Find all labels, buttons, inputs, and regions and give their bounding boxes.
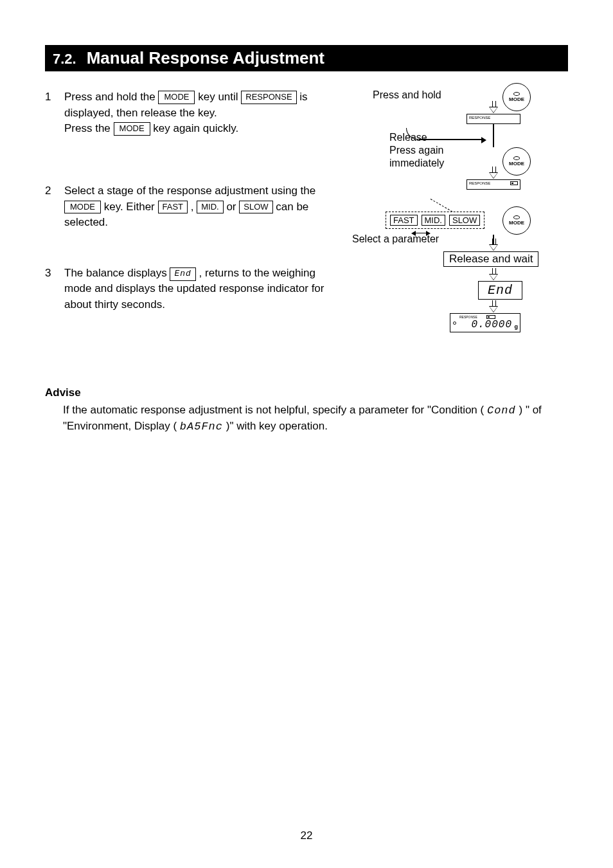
- press-hold-label: Press and hold: [373, 89, 441, 101]
- lcd-weighing: RESPONSE 0.0000 g: [450, 313, 520, 332]
- text: key again quickly.: [153, 122, 238, 134]
- step-number: 1: [45, 89, 55, 137]
- text: key until: [198, 91, 241, 103]
- lcd-value: 0.0000: [471, 319, 512, 330]
- advise-title: Advise: [45, 385, 568, 401]
- mode-key: MODE: [64, 201, 101, 214]
- text: )" with key operation.: [226, 420, 328, 432]
- text: Press the: [64, 122, 114, 134]
- steps-column: 1 Press and hold the MODE key until RESP…: [45, 89, 341, 359]
- text: Select a stage of the response adjustmen…: [64, 185, 315, 197]
- press-again-label: Press again: [389, 145, 444, 156]
- text: If the automatic response adjustment is …: [63, 404, 484, 416]
- release-wait-box: Release and wait: [443, 251, 538, 267]
- step-body: Press and hold the MODE key until RESPON…: [64, 89, 341, 137]
- lcd-unit: g: [515, 323, 519, 330]
- fast-key: FAST: [158, 201, 188, 214]
- slow-option: SLOW: [449, 215, 480, 226]
- lcd-response: RESPONSE: [466, 114, 520, 124]
- mode-label: MODE: [509, 96, 524, 102]
- step-number: 2: [45, 183, 55, 231]
- step-3: 3 The balance displays End , returns to …: [45, 266, 341, 313]
- arrow-down-icon: [490, 268, 497, 280]
- text: The balance displays: [64, 267, 170, 279]
- advise-body: If the automatic response adjustment is …: [45, 402, 568, 435]
- arrow-right-icon: [419, 140, 486, 140]
- step-body: Select a stage of the response adjustmen…: [64, 183, 341, 231]
- slow-key: SLOW: [239, 201, 272, 214]
- advise-section: Advise If the automatic response adjustm…: [45, 385, 568, 435]
- arrow-down-icon: [490, 101, 497, 113]
- mode-key: MODE: [158, 91, 195, 104]
- lcd-response-indicator: RESPONSE: [466, 179, 520, 190]
- immediately-label: immediately: [389, 158, 444, 169]
- end-box: End: [478, 281, 522, 300]
- cond-code: Cond: [487, 404, 516, 417]
- text: Press and hold the: [64, 91, 158, 103]
- connector: [493, 124, 494, 147]
- mid-key: MID.: [197, 201, 223, 214]
- lcd-text: RESPONSE: [469, 181, 490, 185]
- step-1: 1 Press and hold the MODE key until RESP…: [45, 89, 341, 137]
- select-parameter-label: Select a parameter: [352, 233, 439, 245]
- step-body: The balance displays End , returns to th…: [64, 266, 341, 313]
- fast-option: FAST: [390, 215, 418, 226]
- step-number: 3: [45, 266, 55, 313]
- mode-label: MODE: [509, 161, 524, 167]
- stable-icon: [453, 321, 456, 325]
- mode-key: MODE: [114, 122, 150, 136]
- arrow-down-icon: [490, 239, 497, 250]
- section-number: 7.2.: [53, 51, 76, 68]
- text: ,: [191, 201, 197, 213]
- section-title: Manual Response Adjustment: [87, 48, 324, 68]
- mode-button-icon: MODE: [502, 83, 531, 111]
- parameter-options: FAST MID. SLOW: [386, 212, 484, 229]
- arrow-down-icon: [490, 167, 497, 178]
- mode-button-icon: MODE: [502, 206, 531, 235]
- page-number: 22: [0, 829, 613, 842]
- diagram: Press and hold MODE RESPONSE Release Pre…: [347, 89, 568, 359]
- release-label: Release: [389, 132, 427, 143]
- mode-label: MODE: [509, 220, 524, 226]
- mid-option: MID.: [422, 215, 445, 226]
- section-header: 7.2. Manual Response Adjustment: [45, 45, 568, 71]
- response-key: RESPONSE: [241, 91, 296, 104]
- content-row: 1 Press and hold the MODE key until RESP…: [45, 89, 568, 359]
- step-2: 2 Select a stage of the response adjustm…: [45, 183, 341, 231]
- mode-button-icon: MODE: [502, 147, 531, 176]
- text: or: [226, 201, 239, 213]
- indicator-icon: [510, 181, 518, 185]
- lcd-text: RESPONSE: [469, 116, 490, 120]
- arrow-down-icon: [490, 300, 497, 312]
- end-display: End: [170, 267, 195, 281]
- text: key. Either: [104, 201, 158, 213]
- basfnc-code: bA5Fnc: [180, 420, 223, 433]
